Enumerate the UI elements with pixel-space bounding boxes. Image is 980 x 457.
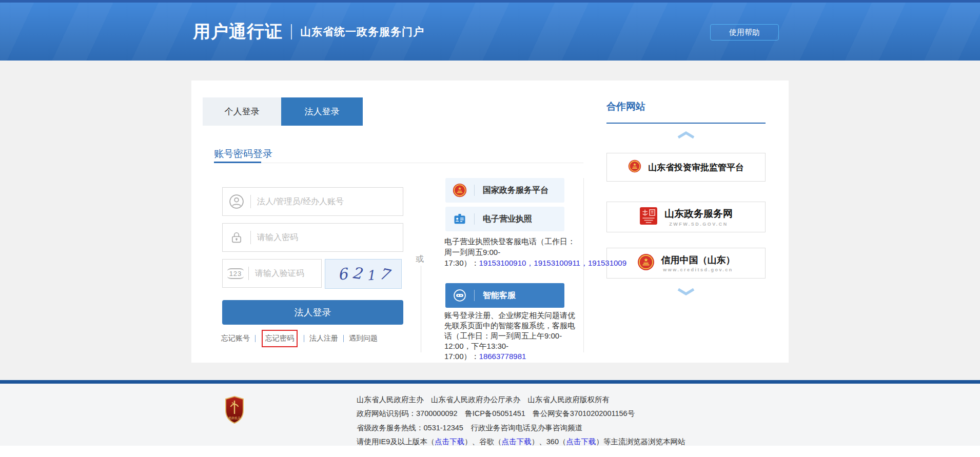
partners-underline <box>606 123 766 124</box>
problems-link[interactable]: 遇到问题 <box>349 334 378 343</box>
forgot-account-link[interactable]: 忘记账号 <box>221 334 250 343</box>
or-label: 或 <box>416 254 424 265</box>
national-emblem-icon <box>637 253 655 273</box>
footer-accent-bar <box>0 380 980 384</box>
login-links: 忘记账号 忘记密码 法人注册 遇到问题 <box>221 330 378 347</box>
browser-note-text: ）、谷歌（ <box>464 438 502 446</box>
login-card: 个人登录 法人登录 账号密码登录 <box>191 81 789 363</box>
chevron-up-icon[interactable] <box>677 131 695 139</box>
captcha-digit: 1 <box>366 267 376 283</box>
captcha-123-icon: 123 <box>223 268 248 279</box>
password-field <box>222 223 403 252</box>
note-text: 17:00）： <box>444 352 479 361</box>
partners-title: 合作网站 <box>606 100 645 113</box>
footer-line-browsers: 请使用IE9及以上版本（点击下载）、谷歌（点击下载）、360（点击下载）等主流浏… <box>357 435 685 449</box>
button-separator <box>474 290 475 301</box>
tab-personal-login[interactable]: 个人登录 <box>203 97 281 126</box>
button-separator <box>474 185 475 196</box>
legal-login-button[interactable]: 法人登录 <box>222 300 403 325</box>
partner-site-url: www.creditsd.gov.cn <box>663 267 733 272</box>
captcha-digit: 6 <box>336 264 348 283</box>
brand: 用户通行证 山东省统一政务服务门户 <box>193 3 424 61</box>
help-button[interactable]: 使用帮助 <box>710 24 779 41</box>
footer-text: 山东省人民政府主办 山东省人民政府办公厅承办 山东省人民政府版权所有 政府网站识… <box>357 393 685 449</box>
download-ie-link[interactable]: 点击下载 <box>435 438 464 446</box>
note-text: 先联系页面中的智能客服系统，客服电 <box>444 321 575 330</box>
smart-service-note: 账号登录注册、企业绑定相关问题请优 先联系页面中的智能客服系统，客服电 话（工作… <box>444 310 614 362</box>
smart-service-label: 智能客服 <box>483 290 516 301</box>
note-text: 电子营业执照快登客服电话（工作日： <box>444 237 575 246</box>
smart-service-button[interactable]: 智能客服 <box>445 283 564 308</box>
forgot-password-link[interactable]: 忘记密码 <box>265 334 294 342</box>
browser-note-text: 请使用IE9及以上版本（ <box>357 438 435 446</box>
or-divider-line <box>421 266 421 352</box>
national-emblem-icon <box>628 160 641 175</box>
brand-divider <box>291 24 292 39</box>
note-text: 账号登录注册、企业绑定相关问题请优 <box>444 311 575 320</box>
e-license-button[interactable]: 电子营业执照 <box>445 207 564 231</box>
smart-service-phone-link[interactable]: 18663778981 <box>479 352 526 361</box>
captcha-digit: 7 <box>378 264 391 284</box>
chevron-down-icon[interactable] <box>677 287 695 295</box>
link-separator <box>255 335 256 342</box>
note-text: 话（工作日：周一到周五上午9:00- <box>444 331 562 340</box>
captcha-image[interactable]: 6 2 1 7 <box>325 259 402 289</box>
captcha-digit: 2 <box>351 263 363 282</box>
government-badge-icon: 党政机关 <box>224 395 245 424</box>
partner-site-name: 信用中国（山东） <box>661 254 735 266</box>
red-seal-logo <box>639 207 658 227</box>
legal-register-link[interactable]: 法人注册 <box>309 334 338 343</box>
footer-line-hotline: 省级政务服务热线：0531-12345 行政业务咨询电话见办事咨询频道 <box>357 421 685 435</box>
section-divider <box>214 163 583 163</box>
download-360-link[interactable]: 点击下载 <box>566 438 596 446</box>
footer-line-sponsor: 山东省人民政府主办 山东省人民政府办公厅承办 山东省人民政府版权所有 <box>357 393 685 407</box>
e-license-label: 电子营业执照 <box>483 214 532 225</box>
license-card-icon <box>445 212 474 226</box>
footer-line-icp: 政府网站识别码：3700000092 鲁ICP备05051451 鲁公网安备37… <box>357 407 685 421</box>
badge-label: 党政机关 <box>228 416 241 420</box>
login-page: 用户通行证 山东省统一政务服务门户 使用帮助 个人登录 法人登录 账号密码登录 <box>0 0 980 457</box>
partner-site-investment-platform[interactable]: 山东省投资审批监管平台 <box>606 153 766 182</box>
user-icon <box>223 194 250 209</box>
page-subtitle: 山东省统一政务服务门户 <box>300 25 424 39</box>
page-title: 用户通行证 <box>193 20 283 44</box>
partner-site-zwfw[interactable]: 山东政务服务网 ZWFW.SD.GOV.CN <box>606 202 766 232</box>
button-separator <box>474 213 475 225</box>
header-banner: 用户通行证 山东省统一政务服务门户 使用帮助 <box>0 3 980 61</box>
partner-site-creditsd[interactable]: 信用中国（山东） www.creditsd.gov.cn <box>606 248 766 279</box>
partner-site-name: 山东政务服务网 <box>664 207 733 221</box>
e-license-phones-link[interactable]: 19153100910，19153100911，19153100912 <box>479 259 627 267</box>
national-platform-label: 国家政务服务平台 <box>483 185 548 196</box>
note-text: 周一到周五9:00- <box>444 248 500 256</box>
forgot-password-annotation: 忘记密码 <box>262 330 298 347</box>
partner-site-url: ZWFW.SD.GOV.CN <box>669 222 728 227</box>
national-emblem-icon <box>445 183 474 197</box>
national-platform-button[interactable]: 国家政务服务平台 <box>445 178 564 203</box>
account-field <box>222 187 403 216</box>
browser-note-text: ）、360（ <box>532 438 566 446</box>
lock-icon <box>223 230 250 245</box>
section-divider-accent <box>214 162 261 163</box>
browser-note-text: ）等主流浏览器浏览本网站 <box>596 438 685 446</box>
robot-face-icon <box>445 288 474 303</box>
account-input[interactable] <box>251 197 403 206</box>
note-text: 17:30）： <box>444 259 479 267</box>
captcha-input[interactable] <box>249 269 321 278</box>
link-separator <box>343 335 344 342</box>
tab-legal-login[interactable]: 法人登录 <box>281 97 363 126</box>
section-title: 账号密码登录 <box>214 147 272 161</box>
partner-site-name: 山东省投资审批监管平台 <box>648 162 744 173</box>
captcha-field: 123 <box>222 259 322 288</box>
note-text: 12:00，下午13:30- <box>444 342 508 350</box>
download-chrome-link[interactable]: 点击下载 <box>502 438 532 446</box>
e-license-note: 电子营业执照快登客服电话（工作日： 周一到周五9:00- 17:30）：1915… <box>444 236 627 270</box>
password-input[interactable] <box>251 233 403 242</box>
link-separator <box>304 335 304 342</box>
